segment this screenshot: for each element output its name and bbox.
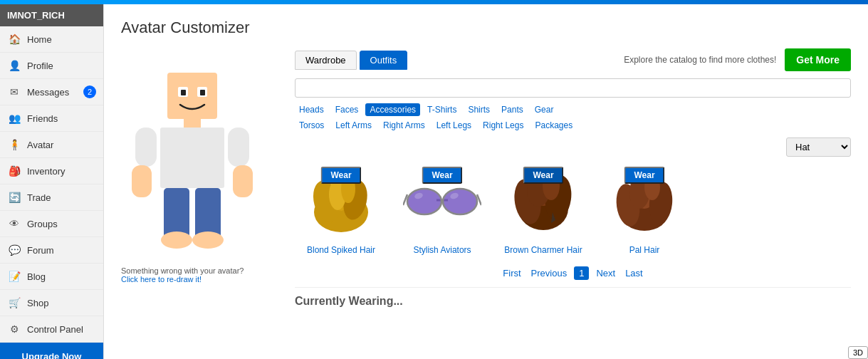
- forum-icon: 💬: [7, 243, 21, 257]
- blog-icon: 📝: [7, 269, 21, 283]
- item-blond-spiked-hair: Wear Blond Spiked Hair: [295, 164, 387, 255]
- sub-category-tabs: Torsos Left Arms Right Arms Left Legs Ri…: [295, 119, 851, 132]
- sidebar-item-avatar[interactable]: 🧍Avatar: [0, 132, 103, 158]
- sidebar-item-profile[interactable]: 👤Profile: [0, 53, 103, 79]
- tab-outfits[interactable]: Outfits: [360, 51, 408, 70]
- sidebar-item-label-profile: Profile: [27, 61, 53, 71]
- tabs-row: Wardrobe Outfits Explore the catalog to …: [295, 48, 851, 71]
- svg-rect-9: [132, 165, 152, 197]
- sub-cat-left-legs[interactable]: Left Legs: [432, 119, 476, 132]
- filter-select[interactable]: Hat Hair Face Neck Shoulder Front Back W…: [786, 137, 851, 157]
- page-next[interactable]: Next: [593, 266, 618, 280]
- svg-rect-3: [181, 90, 186, 95]
- catalog-info: Explore the catalog to find more clothes…: [624, 54, 776, 66]
- sidebar-item-blog[interactable]: 📝Blog: [0, 264, 103, 290]
- page-previous[interactable]: Previous: [528, 266, 570, 280]
- sidebar-item-inventory[interactable]: 🎒Inventory: [0, 158, 103, 184]
- upgrade-now-button[interactable]: Upgrade Now: [0, 343, 103, 359]
- sidebar-item-friends[interactable]: 👥Friends: [0, 105, 103, 132]
- item-img-blond: Wear: [298, 164, 384, 242]
- item-pal-hair: Wear Pal Hair: [598, 164, 691, 255]
- sub-cat-right-arms[interactable]: Right Arms: [379, 119, 429, 132]
- avatar-figure: [121, 51, 263, 260]
- three-d-button[interactable]: 3D: [848, 346, 868, 359]
- sub-cat-left-arms[interactable]: Left Arms: [331, 119, 376, 132]
- home-icon: 🏠: [7, 32, 21, 46]
- sidebar-username: IMNOT_RICH: [0, 4, 103, 26]
- wear-button-pal[interactable]: Wear: [624, 167, 664, 184]
- item-brown-charmer-hair: Wear Brow: [497, 164, 590, 255]
- category-tabs: Heads Faces Accessories T-Shirts Shirts …: [295, 103, 851, 116]
- svg-rect-4: [200, 90, 205, 95]
- svg-rect-0: [167, 73, 217, 119]
- wear-button-blond[interactable]: Wear: [320, 167, 361, 184]
- sub-cat-right-legs[interactable]: Right Legs: [479, 119, 528, 132]
- redraw-link[interactable]: Click here to re-draw it!: [121, 275, 202, 283]
- wear-button-aviators[interactable]: Wear: [422, 167, 462, 184]
- shop-icon: 🛒: [7, 296, 21, 310]
- sidebar-item-shop[interactable]: 🛒Shop: [0, 290, 103, 316]
- avatar-redraw-text: Something wrong with your avatar? Click …: [121, 266, 278, 283]
- sidebar-nav: 🏠Home👤Profile✉Messages2👥Friends🧍Avatar🎒I…: [0, 26, 103, 343]
- cat-btn-faces[interactable]: Faces: [331, 103, 363, 116]
- sidebar-item-forum[interactable]: 💬Forum: [0, 237, 103, 264]
- sidebar-item-label-inventory: Inventory: [27, 166, 65, 177]
- sidebar-item-home[interactable]: 🏠Home: [0, 26, 103, 53]
- friends-icon: 👥: [7, 111, 21, 125]
- messages-icon: ✉: [7, 85, 21, 99]
- sidebar-item-label-friends: Friends: [27, 113, 58, 124]
- sub-cat-packages[interactable]: Packages: [530, 119, 577, 132]
- sidebar-item-label-trade: Trade: [27, 192, 51, 203]
- groups-icon: 👁: [7, 217, 21, 231]
- item-name-brown[interactable]: Brown Charmer Hair: [504, 245, 582, 255]
- svg-rect-5: [184, 119, 201, 128]
- search-input[interactable]: [295, 78, 851, 98]
- item-grid: Wear Blond Spiked Hair: [295, 164, 851, 255]
- currently-wearing: Currently Wearing...: [295, 287, 851, 308]
- item-name-aviators[interactable]: Stylish Aviators: [413, 245, 471, 255]
- avatar-panel: 3D Something wrong with your avatar? Cli…: [121, 48, 278, 308]
- wear-button-brown[interactable]: Wear: [523, 167, 563, 184]
- sidebar-item-groups[interactable]: 👁Groups: [0, 211, 103, 237]
- cat-btn-pants[interactable]: Pants: [497, 103, 528, 116]
- main-content: Avatar Customizer: [104, 4, 868, 359]
- messages-badge: 2: [83, 85, 96, 98]
- avatar-preview: [121, 48, 263, 262]
- aviators-img: [403, 180, 481, 227]
- cat-btn-shirts[interactable]: Shirts: [464, 103, 494, 116]
- item-img-brown: Wear: [501, 164, 586, 242]
- item-img-aviators: Wear: [399, 164, 485, 242]
- item-name-blond[interactable]: Blond Spiked Hair: [307, 245, 375, 255]
- cat-btn-gear[interactable]: Gear: [530, 103, 558, 116]
- svg-rect-12: [195, 188, 221, 238]
- svg-point-14: [192, 231, 224, 249]
- sidebar-item-label-messages: Messages: [27, 87, 69, 98]
- cat-btn-tshirts[interactable]: T-Shirts: [423, 103, 461, 116]
- sidebar-item-label-groups: Groups: [27, 219, 58, 229]
- get-more-button[interactable]: Get More: [785, 48, 851, 71]
- page-last[interactable]: Last: [622, 266, 646, 280]
- control-panel-icon: ⚙: [7, 322, 21, 336]
- svg-point-13: [161, 231, 192, 249]
- inventory-icon: 🎒: [7, 164, 21, 178]
- sidebar-item-trade[interactable]: 🔄Trade: [0, 184, 103, 211]
- cat-btn-accessories[interactable]: Accessories: [365, 103, 420, 116]
- content-area: 3D Something wrong with your avatar? Cli…: [121, 48, 851, 308]
- svg-rect-8: [228, 128, 249, 167]
- wardrobe-panel: Wardrobe Outfits Explore the catalog to …: [295, 48, 851, 308]
- item-name-pal[interactable]: Pal Hair: [629, 245, 660, 255]
- page-title: Avatar Customizer: [121, 19, 851, 37]
- avatar-icon: 🧍: [7, 137, 21, 152]
- tab-wardrobe[interactable]: Wardrobe: [295, 51, 357, 70]
- svg-rect-10: [233, 165, 253, 197]
- cat-btn-heads[interactable]: Heads: [295, 103, 328, 116]
- sidebar-item-label-control-panel: Control Panel: [27, 324, 83, 335]
- sidebar-item-control-panel[interactable]: ⚙Control Panel: [0, 316, 103, 343]
- item-stylish-aviators: Wear: [396, 164, 488, 255]
- sidebar-item-label-shop: Shop: [27, 298, 48, 308]
- sidebar-item-messages[interactable]: ✉Messages2: [0, 79, 103, 105]
- profile-icon: 👤: [7, 58, 21, 73]
- sub-cat-torsos[interactable]: Torsos: [295, 119, 328, 132]
- avatar-svg: [121, 51, 263, 258]
- page-first[interactable]: First: [500, 266, 523, 280]
